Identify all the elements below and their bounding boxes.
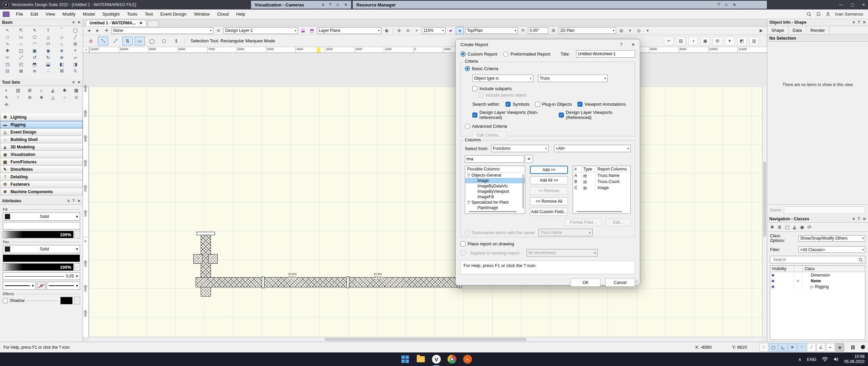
toolbar-overflow-icon[interactable]: ▶: [757, 27, 765, 34]
tool-set-row[interactable]: ⊺ Detailing: [0, 173, 83, 181]
fit-to-window-icon[interactable]: ▰: [447, 27, 454, 34]
tool-set-row[interactable]: △ Event Design: [0, 128, 83, 136]
line-style-end-dropdown[interactable]: ▾: [47, 282, 80, 290]
user-avatar-icon[interactable]: [826, 12, 830, 17]
possible-column-row[interactable]: ImageFill: [465, 194, 525, 200]
class-search-input[interactable]: [772, 257, 859, 262]
summarize-dropdown[interactable]: Truss.Name∨: [538, 229, 593, 236]
tool-icon[interactable]: ⬒: [28, 61, 41, 67]
tool-icon[interactable]: ∿: [1, 40, 14, 47]
cancel-button[interactable]: Cancel: [605, 278, 635, 287]
zoom-target-icon[interactable]: ⌖: [413, 27, 420, 34]
fill-color-bar[interactable]: [3, 222, 80, 229]
file-explorer-icon[interactable]: [416, 354, 426, 364]
possible-columns-list[interactable]: Possible Columns ▽ Objects-General Image: [465, 166, 525, 214]
tool-icon[interactable]: ✂: [1, 54, 14, 61]
tool-icon[interactable]: ⊞: [68, 40, 82, 47]
tool-icon[interactable]: ⌂: [55, 40, 68, 47]
report-column-row[interactable]: B ▤ Truss.Count: [573, 179, 630, 185]
column-search-input[interactable]: [465, 155, 524, 163]
document-tool-icon[interactable]: ◑: [688, 37, 698, 45]
menu-item[interactable]: Text: [141, 9, 157, 19]
tool-icon[interactable]: ≋: [28, 67, 41, 74]
object-info-tab[interactable]: Render: [806, 26, 829, 34]
line-style-start-dropdown[interactable]: ▾: [3, 282, 36, 290]
wifi-icon[interactable]: [822, 357, 828, 362]
visibility-eye-icon[interactable]: ◉: [383, 27, 390, 34]
document-tool-icon[interactable]: ◩: [737, 37, 747, 45]
active-class-dropdown[interactable]: None▾: [112, 27, 213, 34]
criteria-value-dropdown[interactable]: Truss▾: [538, 75, 608, 82]
render-mode-dropdown[interactable]: 2D Plan▾: [558, 27, 616, 34]
plugin-objects-checkbox[interactable]: Plug-in Objects: [535, 102, 572, 107]
tool-set-icon[interactable]: ❖: [36, 94, 47, 101]
menu-item[interactable]: Cloud: [213, 9, 232, 19]
grid-diamond-icon[interactable]: ◈: [456, 27, 464, 34]
object-info-tab[interactable]: Shape: [767, 26, 789, 34]
snap-toggle-icon[interactable]: ∵: [797, 343, 806, 352]
palette-titlebar-visualization[interactable]: Visualization - Cameras ≡ ? ⊹ ✕: [251, 1, 351, 9]
tool-set-row[interactable]: ◉ Visualization: [0, 151, 83, 158]
class-row[interactable]: ◉ ▷ Rigging: [770, 284, 865, 289]
document-tool-icon[interactable]: ✦: [725, 37, 734, 45]
zoom-out-icon[interactable]: ⊖: [404, 27, 412, 34]
document-tab[interactable]: Untitled 1 - WATERMA... ✕: [86, 20, 146, 26]
list-scrollbar[interactable]: [469, 211, 517, 212]
palette-close-icon[interactable]: ✕: [77, 199, 81, 203]
menu-item[interactable]: View: [42, 9, 59, 19]
tool-icon[interactable]: ⊓: [41, 40, 55, 47]
possible-column-row[interactable]: Image: [465, 178, 525, 183]
transfer-button[interactable]: << Remove: [530, 187, 568, 195]
class-search-box[interactable]: [770, 256, 865, 263]
mode-option-icon[interactable]: ⬠: [159, 37, 169, 45]
chevron-down-icon[interactable]: ▾: [644, 27, 651, 34]
tool-icon[interactable]: ▣: [28, 47, 41, 54]
tool-icon[interactable]: ▭: [14, 34, 28, 40]
append-report-checkbox[interactable]: Append to existing report: No Worksheets…: [460, 249, 635, 257]
back-arrow-icon[interactable]: ◄: [85, 27, 93, 34]
forward-arrow-icon[interactable]: ►: [94, 27, 101, 34]
new-tab-stub[interactable]: [148, 20, 159, 26]
tool-set-icon[interactable]: ⊺: [12, 94, 24, 101]
navigation-mode-icon[interactable]: ❖: [770, 224, 774, 230]
settings-gear-icon[interactable]: [860, 344, 866, 350]
transfer-button[interactable]: << Remove All: [530, 197, 568, 205]
criteria-field-dropdown[interactable]: Object type is∨: [472, 75, 533, 82]
function-filter-dropdown[interactable]: <All>▾: [554, 145, 631, 152]
tool-set-icon[interactable]: ○: [59, 94, 70, 101]
menu-item[interactable]: Edit: [27, 9, 42, 19]
palette-menu-icon[interactable]: ≡: [72, 80, 75, 85]
tool-set-row[interactable]: ⚙ Fasteners: [0, 181, 83, 188]
tool-set-icon[interactable]: ⊞: [24, 87, 36, 94]
document-tool-icon[interactable]: ✑: [664, 37, 673, 45]
palette-help-icon[interactable]: ?: [717, 2, 720, 7]
report-column-row[interactable]: C ▧ Image: [573, 185, 630, 191]
pen-opacity-options-icon[interactable]: ⋮: [75, 263, 80, 271]
language-indicator[interactable]: ENG: [807, 357, 816, 362]
tool-set-icon[interactable]: ◭: [47, 87, 59, 94]
tool-icon[interactable]: ⌒: [55, 27, 68, 34]
zoom-level-dropdown[interactable]: 115%▾: [422, 27, 446, 34]
class-options-dropdown[interactable]: Show/Snap/Modify Others▾: [798, 235, 865, 242]
tool-icon[interactable]: ⤢: [14, 54, 28, 61]
truss-connector-box[interactable]: [208, 254, 218, 264]
tool-icon[interactable]: ⊕: [55, 47, 68, 54]
document-tool-icon[interactable]: ▥: [749, 37, 759, 45]
tool-set-row[interactable]: ◭ 3D Modeling: [0, 143, 83, 151]
horizontal-scrollbar[interactable]: [89, 337, 762, 342]
tool-set-icon[interactable]: ◐: [1, 87, 12, 94]
tool-icon[interactable]: ◉: [41, 47, 55, 54]
layer-options-icon[interactable]: ⬓: [299, 27, 307, 34]
user-name[interactable]: Ivan Semenov: [835, 12, 863, 17]
active-plane-dropdown[interactable]: Layer Plane▾: [317, 27, 381, 34]
snap-toggle-icon[interactable]: ◺: [778, 343, 787, 352]
mode-option-icon[interactable]: ◯: [147, 37, 157, 45]
tool-icon[interactable]: □: [1, 34, 14, 40]
tool-icon[interactable]: ◫: [14, 47, 28, 54]
menu-item[interactable]: Event Design: [157, 9, 190, 19]
menu-item[interactable]: Help: [232, 9, 249, 19]
navigation-mode-icon[interactable]: ◭: [793, 224, 797, 230]
tool-set-row[interactable]: ⌂ Building Shell: [0, 136, 83, 143]
basic-criteria-radio[interactable]: Basic Criteria: [465, 66, 631, 71]
possible-column-row[interactable]: ▽ Specialized for Plant: [465, 200, 525, 205]
